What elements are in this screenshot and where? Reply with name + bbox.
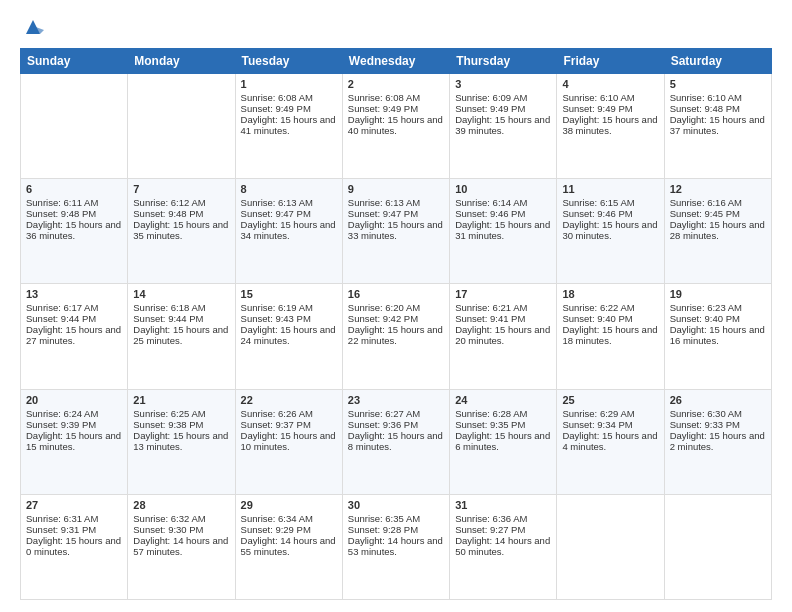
calendar-cell: 30Sunrise: 6:35 AMSunset: 9:28 PMDayligh… (342, 494, 449, 599)
sunset-text: Sunset: 9:48 PM (133, 208, 229, 219)
col-header-friday: Friday (557, 49, 664, 74)
sunset-text: Sunset: 9:35 PM (455, 419, 551, 430)
sunset-text: Sunset: 9:46 PM (562, 208, 658, 219)
sunset-text: Sunset: 9:44 PM (133, 313, 229, 324)
calendar-cell (557, 494, 664, 599)
sunrise-text: Sunrise: 6:17 AM (26, 302, 122, 313)
daylight-text: Daylight: 15 hours and 0 minutes. (26, 535, 122, 557)
sunset-text: Sunset: 9:46 PM (455, 208, 551, 219)
daylight-text: Daylight: 15 hours and 28 minutes. (670, 219, 766, 241)
day-number: 9 (348, 183, 444, 195)
sunrise-text: Sunrise: 6:34 AM (241, 513, 337, 524)
page: SundayMondayTuesdayWednesdayThursdayFrid… (0, 0, 792, 612)
calendar-cell: 19Sunrise: 6:23 AMSunset: 9:40 PMDayligh… (664, 284, 771, 389)
sunrise-text: Sunrise: 6:09 AM (455, 92, 551, 103)
sunset-text: Sunset: 9:43 PM (241, 313, 337, 324)
daylight-text: Daylight: 15 hours and 8 minutes. (348, 430, 444, 452)
sunrise-text: Sunrise: 6:35 AM (348, 513, 444, 524)
sunset-text: Sunset: 9:36 PM (348, 419, 444, 430)
sunset-text: Sunset: 9:49 PM (241, 103, 337, 114)
calendar-cell: 21Sunrise: 6:25 AMSunset: 9:38 PMDayligh… (128, 389, 235, 494)
calendar-cell: 3Sunrise: 6:09 AMSunset: 9:49 PMDaylight… (450, 74, 557, 179)
calendar-cell (21, 74, 128, 179)
daylight-text: Daylight: 15 hours and 2 minutes. (670, 430, 766, 452)
day-number: 24 (455, 394, 551, 406)
day-number: 13 (26, 288, 122, 300)
sunset-text: Sunset: 9:40 PM (670, 313, 766, 324)
sunrise-text: Sunrise: 6:22 AM (562, 302, 658, 313)
daylight-text: Daylight: 15 hours and 34 minutes. (241, 219, 337, 241)
sunset-text: Sunset: 9:39 PM (26, 419, 122, 430)
sunrise-text: Sunrise: 6:21 AM (455, 302, 551, 313)
day-number: 21 (133, 394, 229, 406)
calendar-cell: 20Sunrise: 6:24 AMSunset: 9:39 PMDayligh… (21, 389, 128, 494)
calendar-cell: 13Sunrise: 6:17 AMSunset: 9:44 PMDayligh… (21, 284, 128, 389)
day-number: 28 (133, 499, 229, 511)
sunrise-text: Sunrise: 6:26 AM (241, 408, 337, 419)
calendar-cell: 15Sunrise: 6:19 AMSunset: 9:43 PMDayligh… (235, 284, 342, 389)
header (20, 16, 772, 38)
sunset-text: Sunset: 9:47 PM (348, 208, 444, 219)
calendar-week-row: 13Sunrise: 6:17 AMSunset: 9:44 PMDayligh… (21, 284, 772, 389)
col-header-sunday: Sunday (21, 49, 128, 74)
daylight-text: Daylight: 14 hours and 57 minutes. (133, 535, 229, 557)
sunrise-text: Sunrise: 6:19 AM (241, 302, 337, 313)
logo (20, 16, 44, 38)
sunset-text: Sunset: 9:45 PM (670, 208, 766, 219)
day-number: 14 (133, 288, 229, 300)
calendar-cell: 9Sunrise: 6:13 AMSunset: 9:47 PMDaylight… (342, 179, 449, 284)
day-number: 6 (26, 183, 122, 195)
sunset-text: Sunset: 9:31 PM (26, 524, 122, 535)
calendar-cell: 22Sunrise: 6:26 AMSunset: 9:37 PMDayligh… (235, 389, 342, 494)
day-number: 27 (26, 499, 122, 511)
sunset-text: Sunset: 9:27 PM (455, 524, 551, 535)
sunset-text: Sunset: 9:41 PM (455, 313, 551, 324)
daylight-text: Daylight: 15 hours and 35 minutes. (133, 219, 229, 241)
col-header-wednesday: Wednesday (342, 49, 449, 74)
day-number: 17 (455, 288, 551, 300)
daylight-text: Daylight: 15 hours and 24 minutes. (241, 324, 337, 346)
calendar-week-row: 27Sunrise: 6:31 AMSunset: 9:31 PMDayligh… (21, 494, 772, 599)
daylight-text: Daylight: 14 hours and 53 minutes. (348, 535, 444, 557)
daylight-text: Daylight: 14 hours and 50 minutes. (455, 535, 551, 557)
calendar-cell: 24Sunrise: 6:28 AMSunset: 9:35 PMDayligh… (450, 389, 557, 494)
calendar-cell: 12Sunrise: 6:16 AMSunset: 9:45 PMDayligh… (664, 179, 771, 284)
calendar-header-row: SundayMondayTuesdayWednesdayThursdayFrid… (21, 49, 772, 74)
calendar-cell: 17Sunrise: 6:21 AMSunset: 9:41 PMDayligh… (450, 284, 557, 389)
sunrise-text: Sunrise: 6:28 AM (455, 408, 551, 419)
daylight-text: Daylight: 15 hours and 22 minutes. (348, 324, 444, 346)
calendar-cell: 28Sunrise: 6:32 AMSunset: 9:30 PMDayligh… (128, 494, 235, 599)
sunrise-text: Sunrise: 6:18 AM (133, 302, 229, 313)
day-number: 31 (455, 499, 551, 511)
calendar-cell: 11Sunrise: 6:15 AMSunset: 9:46 PMDayligh… (557, 179, 664, 284)
day-number: 30 (348, 499, 444, 511)
day-number: 18 (562, 288, 658, 300)
calendar-week-row: 1Sunrise: 6:08 AMSunset: 9:49 PMDaylight… (21, 74, 772, 179)
daylight-text: Daylight: 15 hours and 15 minutes. (26, 430, 122, 452)
calendar-cell: 27Sunrise: 6:31 AMSunset: 9:31 PMDayligh… (21, 494, 128, 599)
sunset-text: Sunset: 9:44 PM (26, 313, 122, 324)
calendar-cell: 18Sunrise: 6:22 AMSunset: 9:40 PMDayligh… (557, 284, 664, 389)
sunset-text: Sunset: 9:40 PM (562, 313, 658, 324)
day-number: 3 (455, 78, 551, 90)
sunrise-text: Sunrise: 6:36 AM (455, 513, 551, 524)
daylight-text: Daylight: 15 hours and 10 minutes. (241, 430, 337, 452)
daylight-text: Daylight: 15 hours and 20 minutes. (455, 324, 551, 346)
day-number: 1 (241, 78, 337, 90)
sunrise-text: Sunrise: 6:11 AM (26, 197, 122, 208)
day-number: 19 (670, 288, 766, 300)
day-number: 12 (670, 183, 766, 195)
sunrise-text: Sunrise: 6:27 AM (348, 408, 444, 419)
sunrise-text: Sunrise: 6:23 AM (670, 302, 766, 313)
day-number: 4 (562, 78, 658, 90)
daylight-text: Daylight: 15 hours and 30 minutes. (562, 219, 658, 241)
sunrise-text: Sunrise: 6:10 AM (562, 92, 658, 103)
calendar-cell: 4Sunrise: 6:10 AMSunset: 9:49 PMDaylight… (557, 74, 664, 179)
sunset-text: Sunset: 9:38 PM (133, 419, 229, 430)
day-number: 29 (241, 499, 337, 511)
logo-icon (22, 16, 44, 38)
calendar-table: SundayMondayTuesdayWednesdayThursdayFrid… (20, 48, 772, 600)
sunrise-text: Sunrise: 6:10 AM (670, 92, 766, 103)
calendar-week-row: 6Sunrise: 6:11 AMSunset: 9:48 PMDaylight… (21, 179, 772, 284)
col-header-tuesday: Tuesday (235, 49, 342, 74)
